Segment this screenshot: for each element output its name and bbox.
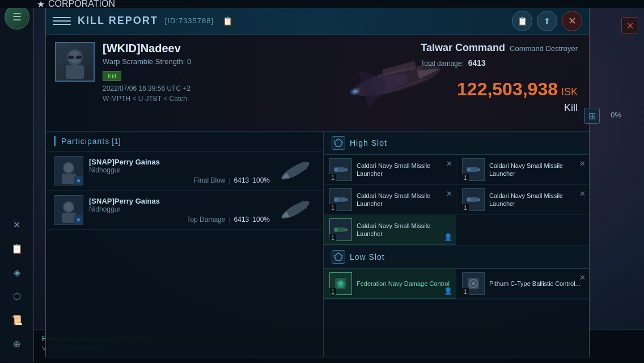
corp-header: ★ CORPORATION bbox=[0, 0, 644, 8]
close-icon: ✕ bbox=[626, 20, 634, 31]
participant-ship-image-2 bbox=[276, 199, 315, 221]
total-damage-label: Total damage: bbox=[421, 60, 463, 67]
svg-rect-29 bbox=[345, 168, 348, 171]
participant-percent-2: 100% bbox=[252, 216, 270, 223]
ship-class: Command Destroyer bbox=[510, 44, 578, 53]
close-icon: ✕ bbox=[568, 16, 577, 26]
kill-result: Kill bbox=[421, 102, 578, 114]
clipboard-icon: 📋 bbox=[518, 16, 527, 26]
copy-button[interactable]: 📋 bbox=[512, 11, 532, 31]
remove-button[interactable]: ✕ bbox=[446, 189, 452, 198]
ship-type-name: Talwar Command bbox=[421, 42, 505, 54]
percent-display: 0% bbox=[611, 111, 621, 119]
alliance-star-icon: ★ bbox=[74, 176, 83, 185]
remove-button[interactable]: ✕ bbox=[446, 159, 452, 168]
svg-rect-41 bbox=[345, 229, 348, 231]
slot-item-pithum[interactable]: 1 Pithum C-Type Ballistic Control... ✕ bbox=[456, 269, 589, 299]
participant-info-2: [SNAP]Perry Gainas Nidhoggur Top Damage … bbox=[89, 197, 270, 223]
corp-star-icon: ★ bbox=[37, 0, 45, 10]
right-expand-button[interactable]: ⊞ bbox=[584, 108, 600, 124]
participant-entry-2[interactable]: ★ [SNAP]Perry Gainas Nidhoggur Top Damag… bbox=[46, 191, 323, 230]
slot-item-name-pithum: Pithum C-Type Ballistic Control... bbox=[489, 280, 581, 288]
person-icon-2: 👤 bbox=[444, 287, 452, 295]
svg-rect-12 bbox=[68, 56, 74, 59]
sidebar-circle-button[interactable]: ⊕ bbox=[7, 334, 27, 354]
header-actions: 📋 ⬆ ✕ bbox=[512, 11, 582, 31]
left-sidebar: ☰ ✕ 📋 ◈ ⬡ 📜 ⊕ bbox=[0, 0, 34, 363]
slot-item-qty: 1 bbox=[462, 204, 469, 211]
participant-info-1: [SNAP]Perry Gainas Nidhoggur Final Blow … bbox=[89, 158, 270, 184]
participant-damage-1: 6413 bbox=[234, 176, 249, 184]
panel-id: [ID:7335788] bbox=[165, 16, 214, 25]
high-slot-header: High Slot bbox=[324, 132, 589, 155]
slot-item-name: Caldari Navy Small Missile Launcher bbox=[357, 192, 450, 208]
participant-ship-2: Nidhoggur bbox=[89, 205, 270, 213]
participant-avatar-1: ★ bbox=[54, 156, 83, 185]
person-icon: 👤 bbox=[444, 233, 452, 241]
export-icon: ⬆ bbox=[544, 16, 550, 26]
slot-item[interactable]: 1 Caldari Navy Small Missile Launcher ✕ bbox=[324, 185, 456, 215]
panel-menu-button[interactable] bbox=[53, 12, 71, 30]
kill-report-panel: KILL REPORT [ID:7335788] 📋 📋 ⬆ ✕ bbox=[45, 6, 590, 357]
participant-percent-1: 100% bbox=[252, 176, 270, 184]
expand-icon: ⊞ bbox=[588, 111, 596, 121]
section-bar bbox=[54, 136, 56, 146]
participant-name-2: [SNAP]Perry Gainas bbox=[89, 197, 270, 205]
participant-entry[interactable]: ★ [SNAP]Perry Gainas Nidhoggur Final Blo… bbox=[46, 151, 323, 191]
slot-item-qty: 1 bbox=[462, 288, 469, 295]
player-name: [WKID]Nadeev bbox=[103, 42, 191, 55]
participant-ship-1: Nidhoggur bbox=[89, 166, 270, 174]
player-avatar bbox=[55, 42, 95, 82]
lower-section: Participants [1] ★ [SNAP]Perry Gainas Ni… bbox=[46, 132, 589, 357]
slot-item-qty: 1 bbox=[462, 174, 469, 181]
isk-value: 122,503,938 bbox=[457, 79, 558, 100]
svg-rect-10 bbox=[66, 65, 84, 79]
slot-item-qty: 1 bbox=[329, 288, 336, 295]
svg-point-49 bbox=[472, 282, 475, 285]
sidebar-cross-button[interactable]: ✕ bbox=[7, 214, 27, 235]
participant-avatar-2: ★ bbox=[54, 195, 83, 225]
slot-item[interactable]: 1 Caldari Navy Small Missile Launcher ✕ bbox=[324, 155, 456, 185]
panel-title: KILL REPORT bbox=[78, 15, 158, 27]
sidebar-plus-diamond-button[interactable]: ⬡ bbox=[7, 286, 27, 306]
close-button[interactable]: ✕ bbox=[562, 11, 582, 31]
slot-item-name: Caldari Navy Small Missile Launcher bbox=[489, 162, 583, 178]
remove-button[interactable]: ✕ bbox=[579, 159, 586, 168]
svg-rect-13 bbox=[76, 56, 82, 59]
low-slot-items: 1 Federation Navy Damage Control 👤 bbox=[324, 269, 589, 299]
alliance-star-icon-2: ★ bbox=[74, 215, 83, 224]
pipe-divider-2: | bbox=[228, 216, 230, 223]
svg-point-30 bbox=[334, 168, 338, 171]
sidebar-scroll-button[interactable]: 📜 bbox=[7, 310, 27, 330]
slots-panel: High Slot 1 Caldari Navy Sma bbox=[324, 132, 589, 357]
participant-ship-image-1 bbox=[276, 159, 315, 182]
isk-label: ISK bbox=[561, 86, 578, 98]
slot-item-qty: 1 bbox=[329, 234, 336, 241]
slot-item-qty: 1 bbox=[329, 204, 336, 211]
kill-info-right: Talwar Command Command Destroyer Total d… bbox=[421, 42, 578, 114]
participant-name-1: [SNAP]Perry Gainas bbox=[89, 158, 270, 166]
sidebar-menu-button[interactable]: ☰ bbox=[5, 5, 29, 29]
slot-item[interactable]: 1 Caldari Navy Small Missile Launcher ✕ bbox=[456, 185, 589, 215]
kill-route: W-MPTH < U-JTBT < Catch bbox=[103, 95, 191, 103]
kill-info-section: [WKID]Nadeev Warp Scramble Strength: 0 K… bbox=[46, 35, 589, 132]
svg-marker-27 bbox=[334, 139, 342, 146]
slot-item[interactable]: 1 Caldari Navy Small Missile Launcher 👤 bbox=[324, 215, 456, 245]
participant-damage-2: 6413 bbox=[234, 216, 249, 223]
remove-button-pithum[interactable]: ✕ bbox=[579, 273, 586, 282]
outer-close-button[interactable]: ✕ bbox=[621, 17, 638, 34]
remove-button[interactable]: ✕ bbox=[579, 189, 586, 198]
slot-item[interactable]: 1 Caldari Navy Small Missile Launcher ✕ bbox=[456, 155, 589, 185]
svg-point-42 bbox=[334, 228, 338, 231]
slot-item-name: Caldari Navy Small Missile Launcher bbox=[357, 222, 450, 238]
copy-icon: 📋 bbox=[223, 16, 232, 26]
export-button[interactable]: ⬆ bbox=[537, 11, 557, 31]
kill-badge: Kill bbox=[103, 71, 121, 81]
slot-item-name: Caldari Navy Small Missile Launcher bbox=[489, 192, 583, 208]
sidebar-list-button[interactable]: 📋 bbox=[7, 238, 27, 259]
slot-item-fed-damage[interactable]: 1 Federation Navy Damage Control 👤 bbox=[324, 269, 456, 299]
warp-scramble: Warp Scramble Strength: 0 bbox=[103, 57, 191, 66]
sidebar-diamond-button[interactable]: ◈ bbox=[7, 262, 27, 282]
slot-item-qty: 1 bbox=[329, 174, 336, 181]
kill-timestamp: 2022/07/06 16:39:56 UTC +2 bbox=[103, 85, 191, 92]
